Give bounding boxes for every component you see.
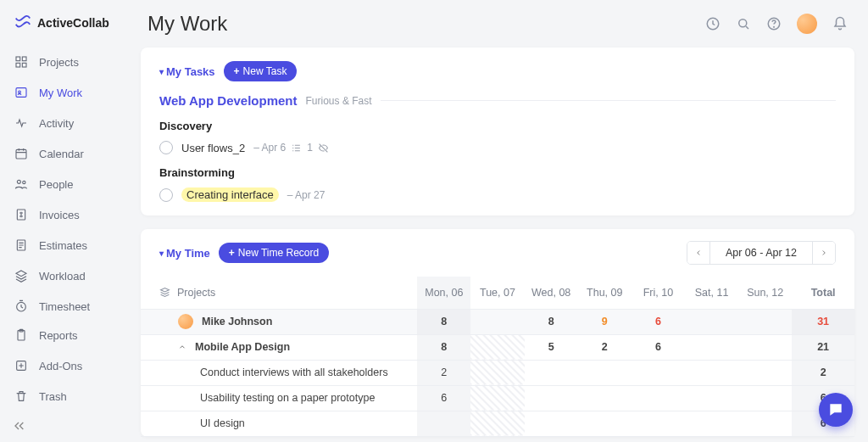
day-column-header[interactable]: Sat, 11 — [685, 277, 738, 309]
svg-rect-3 — [22, 63, 26, 67]
svg-rect-2 — [16, 63, 20, 67]
header-actions — [705, 14, 848, 34]
sidebar-item-workload[interactable]: Workload — [5, 261, 122, 290]
task-row[interactable]: User flows_2– Apr 61 — [159, 141, 836, 154]
svg-rect-0 — [16, 57, 20, 61]
time-cell[interactable]: 8 — [441, 316, 447, 327]
row-avatar — [178, 314, 193, 329]
task-title: User flows_2 — [181, 142, 245, 154]
row-name[interactable]: Mobile App Design — [195, 341, 290, 353]
day-column-header[interactable]: Wed, 08 — [525, 277, 578, 309]
task-complete-checkbox[interactable] — [159, 188, 173, 202]
sidebar-item-label: Reports — [39, 329, 78, 342]
sidebar-item-activity[interactable]: Activity — [5, 109, 122, 137]
task-meta: – Apr 27 — [287, 189, 326, 201]
my-time-toggle[interactable]: My Time — [159, 247, 210, 260]
sidebar-item-reports[interactable]: Reports — [5, 321, 122, 350]
project-client: Furious & Fast — [306, 95, 372, 107]
sidebar-item-projects[interactable]: Projects — [5, 48, 122, 76]
row-name[interactable]: Conduct interviews with all stakeholders — [159, 366, 417, 378]
sidebar-item-label: Projects — [39, 56, 79, 69]
sidebar-item-trash[interactable]: Trash — [5, 382, 122, 411]
sidebar-item-label: My Work — [39, 87, 82, 99]
time-cell[interactable]: 6 — [441, 392, 447, 404]
hidden-icon — [318, 143, 329, 154]
sidebar-item-estimates[interactable]: Estimates — [5, 231, 122, 260]
date-range-label[interactable]: Apr 06 - Apr 12 — [709, 242, 813, 264]
day-column-header[interactable]: Tue, 07 — [470, 277, 524, 309]
time-cell[interactable]: 21 — [817, 341, 829, 353]
workload-icon — [14, 268, 29, 283]
svg-point-7 — [17, 180, 20, 183]
projects-column-label: Projects — [177, 287, 215, 299]
notifications-icon[interactable] — [832, 16, 848, 31]
time-cell[interactable]: 5 — [548, 341, 554, 353]
sidebar-item-addons[interactable]: Add-Ons — [5, 351, 122, 380]
page-title: My Work — [147, 12, 227, 36]
sidebar-item-label: Invoices — [39, 209, 80, 221]
project-header: Web App Development Furious & Fast — [159, 93, 836, 108]
user-avatar[interactable] — [797, 14, 817, 34]
people-icon — [14, 176, 29, 192]
brand-name: ActiveCollab — [37, 16, 109, 30]
task-group-title: Brainstorming — [159, 166, 836, 179]
nav-secondary: ReportsAdd-OnsTrash — [0, 321, 127, 411]
page-header: My Work — [127, 0, 868, 48]
row-name[interactable]: Usability testing on a paper prototype — [159, 392, 417, 404]
date-prev-button[interactable] — [687, 242, 709, 264]
task-complete-checkbox[interactable] — [159, 141, 173, 154]
projects-icon — [14, 54, 29, 70]
help-icon[interactable] — [766, 16, 782, 31]
estimates-icon — [14, 238, 29, 253]
chat-fab[interactable] — [819, 393, 853, 427]
date-range-nav: Apr 06 - Apr 12 — [687, 241, 836, 265]
day-column-header[interactable]: Thu, 09 — [578, 277, 632, 309]
brand-logo[interactable]: ActiveCollab — [0, 10, 127, 48]
main-content: My Work My Tasks New Task Web App Develo… — [127, 0, 868, 442]
time-cell[interactable]: 9 — [602, 316, 608, 327]
time-cell[interactable]: 6 — [655, 341, 661, 353]
time-row-project: Mobile App Design852621 — [141, 334, 854, 360]
new-time-record-button[interactable]: New Time Record — [219, 243, 329, 263]
new-task-button[interactable]: New Task — [224, 61, 298, 81]
trash-icon — [14, 389, 29, 404]
my-tasks-toggle[interactable]: My Tasks — [159, 65, 215, 78]
day-column-header[interactable]: Fri, 10 — [632, 277, 685, 309]
time-row-task: Conduct interviews with all stakeholders… — [141, 360, 854, 385]
sidebar-item-label: Estimates — [39, 239, 87, 252]
sidebar-item-people[interactable]: People — [5, 170, 122, 199]
day-column-header[interactable]: Sun, 12 — [738, 277, 792, 309]
sidebar-item-label: Timesheet — [39, 300, 90, 313]
svg-point-16 — [739, 20, 747, 27]
search-icon[interactable] — [736, 16, 751, 31]
sidebar-item-timesheet[interactable]: Timesheet — [5, 292, 122, 321]
time-cell[interactable]: 6 — [655, 316, 661, 327]
expand-toggle[interactable] — [178, 343, 186, 351]
time-cell[interactable]: 2 — [821, 366, 826, 378]
svg-point-18 — [774, 26, 775, 27]
time-cell[interactable]: 31 — [817, 316, 829, 327]
project-name[interactable]: Web App Development — [159, 93, 298, 108]
time-cell[interactable]: 8 — [548, 316, 554, 327]
time-cell[interactable]: 8 — [441, 341, 447, 353]
day-column-header[interactable]: Mon, 06 — [417, 277, 470, 309]
total-column-header: Total — [792, 277, 854, 309]
row-name[interactable]: UI design — [159, 417, 417, 429]
date-next-button[interactable] — [813, 242, 835, 264]
svg-rect-4 — [16, 88, 26, 98]
time-row-person: Mike Johnson889631 — [141, 309, 854, 334]
sidebar-item-mywork[interactable]: My Work — [5, 78, 122, 107]
sidebar-item-label: Activity — [39, 117, 74, 130]
mywork-icon — [14, 85, 29, 100]
time-cell[interactable]: 2 — [602, 341, 608, 353]
history-icon[interactable] — [705, 16, 721, 31]
subtasks-icon — [291, 143, 302, 154]
time-row-task: Usability testing on a paper prototype66 — [141, 385, 854, 411]
sidebar-item-invoices[interactable]: Invoices — [5, 200, 122, 229]
task-row[interactable]: Creating interface– Apr 27 — [159, 187, 836, 202]
time-grid: ProjectsMon, 06Tue, 07Wed, 08Thu, 09Fri,… — [141, 277, 854, 437]
my-tasks-card: My Tasks New Task Web App Development Fu… — [141, 48, 854, 215]
sidebar-item-calendar[interactable]: Calendar — [5, 139, 122, 168]
sidebar-collapse-button[interactable] — [0, 411, 127, 442]
time-cell[interactable]: 2 — [441, 366, 447, 378]
